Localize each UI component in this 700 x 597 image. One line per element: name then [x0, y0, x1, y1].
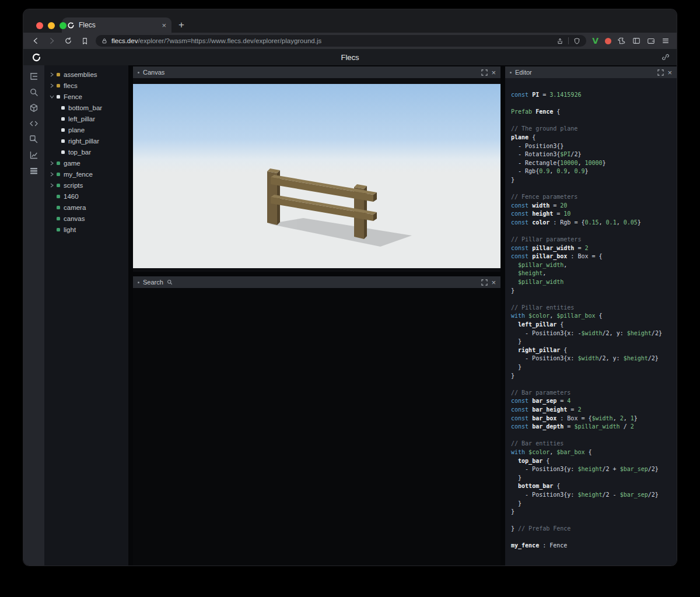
editor-panel: Editor × const PI = 3.1415926 Prefab Fen…	[505, 66, 677, 566]
code-line: const bar_box : Box = {$width, 2, 1}	[511, 415, 671, 423]
lock-icon	[102, 38, 107, 44]
tree-item-canvas[interactable]: canvas	[44, 213, 128, 224]
tree-item-label: plane	[68, 127, 85, 134]
code-icon[interactable]	[28, 118, 40, 129]
extensions-puzzle-icon[interactable]	[618, 37, 626, 45]
extension-toolbar: V	[592, 36, 670, 45]
chevron-icon[interactable]	[49, 94, 54, 99]
entity-color-dot	[61, 106, 65, 110]
brave-shield-icon[interactable]	[573, 37, 580, 45]
tree-item-1460[interactable]: 1460	[44, 191, 128, 202]
browser-tab[interactable]: Flecs ×	[62, 17, 172, 33]
tree-item-label: game	[64, 160, 80, 167]
sidebar-toggle-icon[interactable]	[632, 37, 640, 45]
tree-item-assemblies[interactable]: assemblies	[44, 69, 128, 80]
tree-item-bottom_bar[interactable]: bottom_bar	[44, 102, 128, 113]
expand-panel-icon[interactable]	[481, 279, 488, 286]
tab-title: Flecs	[79, 21, 158, 29]
canvas-panel-header[interactable]: Canvas ×	[133, 66, 501, 78]
code-line: // Pillar entities	[511, 304, 671, 312]
tab-close-icon[interactable]: ×	[162, 22, 166, 29]
code-line: Prefab Fence {	[511, 108, 671, 117]
reload-button[interactable]	[63, 36, 74, 46]
table-icon[interactable]	[28, 166, 40, 176]
close-window-button[interactable]	[36, 22, 43, 29]
vimium-extension-icon[interactable]: V	[592, 36, 598, 45]
code-line: }	[511, 372, 671, 381]
editor-code[interactable]: const PI = 3.1415926 Prefab Fence { // T…	[505, 78, 677, 566]
chevron-icon[interactable]	[49, 160, 54, 166]
code-line: const width = 20	[511, 202, 671, 210]
editor-panel-title: Editor	[515, 69, 532, 76]
chevron-icon[interactable]	[49, 83, 54, 88]
tab-strip: Flecs × +	[23, 9, 677, 33]
bookmark-icon[interactable]	[79, 36, 90, 46]
browser-window: Flecs × + flecs.dev/explorer/?wasm=https…	[23, 9, 677, 566]
chevron-icon[interactable]	[49, 72, 54, 77]
tree-item-label: canvas	[64, 215, 85, 222]
entity-tree-icon[interactable]	[28, 71, 40, 82]
entity-color-dot	[57, 228, 60, 231]
tree-item-flecs[interactable]: flecs	[44, 80, 128, 91]
flecs-logo-icon[interactable]	[32, 52, 41, 62]
inspect-icon[interactable]	[28, 134, 40, 145]
entity-color-dot	[57, 173, 60, 176]
fence-3d-render	[133, 84, 501, 268]
code-line: const bar_depth = $pillar_width / 2	[511, 423, 671, 431]
tree-item-camera[interactable]: camera	[44, 202, 128, 213]
search-panel-title: Search	[143, 279, 163, 286]
entity-color-dot	[61, 117, 65, 121]
tree-item-left_pillar[interactable]: left_pillar	[44, 113, 128, 124]
tree-item-my_fence[interactable]: my_fence	[44, 168, 128, 180]
search-icon	[167, 279, 173, 285]
tree-item-game[interactable]: game	[44, 157, 128, 168]
close-panel-icon[interactable]: ×	[491, 279, 496, 286]
code-line: }	[511, 508, 671, 517]
entity-tree: assembliesflecsFencebottom_barleft_pilla…	[44, 65, 128, 566]
main-area: Canvas ×	[128, 65, 677, 566]
code-line: // Bar entities	[511, 440, 671, 448]
code-line: const pillar_box : Box = {	[511, 252, 671, 261]
code-line: }	[511, 363, 671, 372]
stats-icon[interactable]	[28, 150, 40, 160]
tree-item-top_bar[interactable]: top_bar	[44, 146, 128, 157]
forward-button[interactable]	[47, 36, 57, 46]
share-icon[interactable]	[556, 37, 564, 45]
scene-icon[interactable]	[28, 103, 40, 113]
tree-item-scripts[interactable]: scripts	[44, 180, 128, 191]
tree-item-right_pillar[interactable]: right_pillar	[44, 135, 128, 146]
chevron-icon[interactable]	[49, 171, 54, 177]
tree-item-light[interactable]: light	[44, 224, 128, 235]
close-panel-icon[interactable]: ×	[491, 69, 496, 76]
search-panel-header[interactable]: Search ×	[133, 276, 501, 288]
code-line: }	[511, 500, 671, 508]
menu-icon[interactable]	[662, 37, 670, 45]
code-line: - Rgb{0.9, 0.9, 0.9}	[511, 167, 671, 176]
zoom-window-button[interactable]	[60, 22, 66, 29]
window-controls	[36, 22, 66, 29]
expand-panel-icon[interactable]	[657, 69, 664, 76]
editor-panel-header[interactable]: Editor ×	[505, 66, 677, 78]
extension-icon-red[interactable]	[605, 38, 611, 44]
back-button[interactable]	[30, 36, 41, 46]
tree-item-Fence[interactable]: Fence	[44, 91, 128, 102]
tree-item-label: assemblies	[64, 71, 97, 78]
new-tab-button[interactable]: +	[178, 20, 184, 30]
share-link-icon[interactable]	[662, 53, 670, 61]
code-line: $pillar_width	[511, 278, 671, 287]
icon-rail	[23, 65, 44, 566]
minimize-window-button[interactable]	[48, 22, 55, 29]
chevron-icon[interactable]	[49, 182, 54, 188]
wallet-icon[interactable]	[647, 37, 655, 45]
code-line: // Bar parameters	[511, 389, 671, 398]
entity-color-dot	[57, 84, 60, 87]
search-icon[interactable]	[28, 87, 40, 97]
expand-panel-icon[interactable]	[481, 69, 488, 76]
app-title: Flecs	[23, 53, 677, 62]
close-panel-icon[interactable]: ×	[667, 69, 672, 76]
address-bar[interactable]: flecs.dev/explorer/?wasm=https://www.fle…	[96, 35, 586, 47]
code-line: } // Prefab Fence	[511, 525, 671, 533]
tree-item-plane[interactable]: plane	[44, 124, 128, 135]
code-line: $pillar_width,	[511, 261, 671, 270]
canvas-3d-viewport[interactable]	[133, 84, 501, 268]
